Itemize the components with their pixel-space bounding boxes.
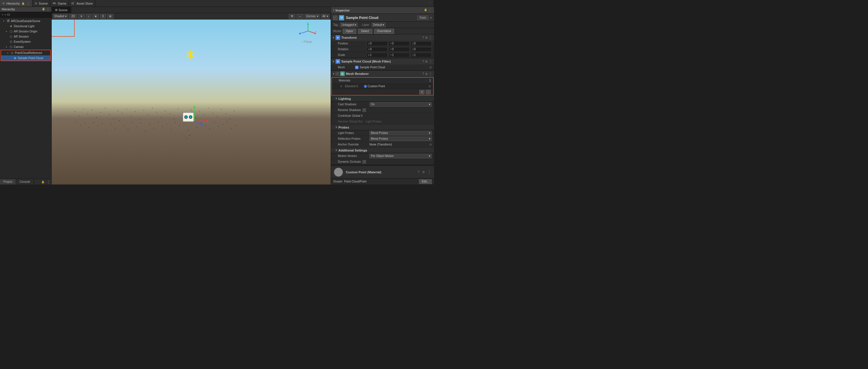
shading-dropdown[interactable]: Shaded bbox=[53, 14, 68, 19]
receive-shadows-row: Receive Shadows bbox=[331, 107, 434, 113]
mf-settings-icon[interactable]: ⚙ bbox=[425, 60, 428, 63]
receive-shadows-checkbox[interactable] bbox=[363, 109, 366, 112]
hierarchy-more-icon[interactable]: ⋮ bbox=[46, 7, 50, 11]
inspector-lock-icon[interactable]: 🔒 bbox=[424, 8, 427, 12]
gizmos-dropdown[interactable]: Gizmos bbox=[305, 14, 320, 19]
inspector-header: ℹ Inspector 🔒 ⋮ bbox=[331, 7, 434, 14]
static-dropdown-icon[interactable] bbox=[430, 16, 432, 19]
position-z-field[interactable]: Z 0 bbox=[411, 41, 432, 46]
hierarchy-item-sample-point-cloud[interactable]: ⬟ Sample Point Cloud bbox=[1, 55, 50, 61]
dynamic-occlusion-checkbox[interactable] bbox=[363, 160, 366, 163]
layer-label: All bbox=[322, 14, 326, 18]
add-material-button[interactable]: + bbox=[420, 90, 425, 94]
light-probes-value: Blend Probes bbox=[371, 131, 388, 134]
ar-session-icon: ⬡ bbox=[9, 34, 13, 38]
remove-material-button[interactable]: - bbox=[426, 90, 431, 94]
receive-gi-label: Receive Global Illur bbox=[338, 120, 363, 123]
overrides-button[interactable]: Overrides bbox=[374, 29, 394, 34]
mesh-value-icon: ⊞ bbox=[355, 66, 359, 69]
2d-button[interactable]: 2D bbox=[69, 14, 77, 19]
layer-dropdown[interactable]: All bbox=[321, 14, 330, 19]
lighting-toggle[interactable]: ☀ bbox=[78, 14, 85, 19]
scale-z-field[interactable]: Z 1 bbox=[411, 53, 432, 57]
mr-more-icon[interactable]: ⋮ bbox=[429, 72, 432, 76]
effects-toggle[interactable]: ★ bbox=[92, 14, 99, 19]
additional-settings-header[interactable]: Additional Settings bbox=[331, 148, 434, 153]
scene-view-tab[interactable]: ⊞ Scene bbox=[52, 7, 71, 13]
rotation-y-field[interactable]: Y 0 bbox=[389, 47, 410, 52]
select-button[interactable]: Select bbox=[358, 29, 372, 34]
object-active-checkbox[interactable]: ✓ bbox=[333, 16, 337, 20]
audio-toggle[interactable]: ♪ bbox=[86, 14, 91, 19]
move-btn[interactable]: ↔ bbox=[297, 14, 303, 19]
main-layout: Hierarchy 🔒 ⋮ + ▾ ▾ 🎬 ARCloudSampleScene… bbox=[0, 7, 434, 185]
material-settings-icon[interactable]: ⚙ bbox=[422, 171, 425, 174]
inspector-more-icon[interactable]: ⋮ bbox=[428, 8, 432, 12]
transform-help-icon: ? bbox=[422, 36, 424, 39]
mr-settings-icon[interactable]: ⚙ bbox=[425, 72, 428, 75]
svg-line-4 bbox=[301, 31, 308, 33]
hierarchy-item-eventsystem[interactable]: ⬡ EventSystem bbox=[0, 39, 51, 44]
reflection-probes-dropdown[interactable]: Blend Probes bbox=[369, 136, 432, 141]
asset-store-tab[interactable]: 🛒 Asset Store bbox=[69, 0, 95, 7]
transform-header[interactable]: ⊕ Transform ? ⚙ ⋮ bbox=[331, 34, 434, 41]
lighting-subsection-header[interactable]: Lighting bbox=[331, 96, 434, 101]
orientation-gizmo[interactable]: X Y bbox=[299, 22, 317, 40]
element-0-target-icon[interactable]: ⊙ bbox=[429, 85, 431, 88]
hierarchy-item-pointcloud-reference[interactable]: ▾ ⬡ PointCloudReference bbox=[1, 50, 50, 55]
rotation-z-field[interactable]: Z 0 bbox=[411, 47, 432, 52]
hierarchy-item-ar-session[interactable]: ⬡ AR Session bbox=[0, 34, 51, 39]
ar-session-origin-icon: ⬡ bbox=[9, 29, 13, 33]
bottom-more-icon[interactable]: ⋮ bbox=[45, 180, 51, 184]
cast-shadows-dropdown[interactable]: On bbox=[369, 102, 432, 107]
more-dots-icon: ⋮ bbox=[428, 1, 431, 5]
motion-vectors-dropdown[interactable]: Per Object Motion bbox=[369, 154, 432, 158]
console-tab[interactable]: Console bbox=[16, 179, 34, 185]
mesh-renderer-header[interactable]: ⊞ Mesh Renderer ? ⚙ ⋮ bbox=[331, 70, 434, 77]
hierarchy-item-directional-light[interactable]: ☀ Directional Light bbox=[0, 24, 51, 29]
grid-toggle[interactable]: ⊞ bbox=[107, 14, 113, 19]
position-x-field[interactable]: X 0 bbox=[367, 41, 388, 46]
hierarchy-search-input[interactable] bbox=[7, 13, 50, 17]
material-more-icon[interactable]: ⋮ bbox=[428, 170, 431, 174]
hierarchy-item-canvas[interactable]: ▸ ⬡ Canvas bbox=[0, 44, 51, 49]
anchor-override-target[interactable]: ⊙ bbox=[429, 143, 432, 146]
tag-dropdown[interactable]: Untagged bbox=[340, 23, 358, 27]
element-0-value[interactable]: Custom Point bbox=[364, 85, 426, 88]
scene-tab[interactable]: ⊞ Scene bbox=[32, 0, 50, 7]
layer-count[interactable]: 0 bbox=[100, 14, 106, 19]
rotation-x-field[interactable]: X 0 bbox=[367, 47, 388, 52]
svg-line-2 bbox=[308, 31, 315, 33]
mesh-value[interactable]: ⊞ Sample Point Cloud bbox=[355, 66, 385, 69]
transform-settings-icon[interactable]: ⚙ bbox=[425, 36, 428, 39]
reflection-probes-chevron bbox=[429, 137, 430, 140]
edit-button[interactable]: Edit... bbox=[419, 179, 432, 184]
anchor-override-value[interactable]: None (Transform) bbox=[369, 143, 429, 146]
hierarchy-item-ar-session-origin[interactable]: ▸ ⬡ AR Session Origin bbox=[0, 29, 51, 34]
scale-x-field[interactable]: X 1 bbox=[367, 53, 388, 57]
open-button[interactable]: Open bbox=[343, 29, 356, 34]
light-probes-dropdown[interactable]: Blend Probes bbox=[369, 131, 432, 135]
more-icon[interactable]: ⋮ bbox=[26, 1, 30, 5]
hierarchy-root-scene[interactable]: ▾ 🎬 ARCloudSampleScene bbox=[0, 18, 51, 24]
material-name: Custom Point (Material) bbox=[346, 171, 415, 174]
layer-dropdown[interactable]: Default bbox=[372, 23, 386, 27]
transform-more-icon[interactable]: ⋮ bbox=[429, 36, 432, 40]
mesh-renderer-checkbox[interactable] bbox=[336, 72, 339, 75]
tools-btn[interactable]: ⚒ bbox=[289, 14, 296, 19]
position-y-field[interactable]: Y 0 bbox=[389, 41, 410, 46]
game-tab[interactable]: 🎮 Game bbox=[50, 0, 69, 7]
scale-y-field[interactable]: Y 1 bbox=[389, 53, 410, 57]
mf-more-icon[interactable]: ⋮ bbox=[429, 59, 432, 63]
probes-subsection-header[interactable]: Probes bbox=[331, 125, 434, 130]
mesh-filter-header[interactable]: ⊞ Sample Point Cloud (Mesh Filter) ? ⚙ ⋮ bbox=[331, 58, 434, 65]
tag-chevron bbox=[355, 23, 356, 26]
hierarchy-tab[interactable]: ⊞ Hierarchy 🔒 ⋮ bbox=[0, 0, 32, 7]
more-options[interactable]: ⋮ bbox=[426, 0, 434, 7]
layer-value-text: Default bbox=[373, 23, 382, 26]
project-tab[interactable]: Project bbox=[0, 179, 16, 185]
mesh-target-icon[interactable]: ⊙ bbox=[429, 66, 432, 69]
mesh-value-text: Sample Point Cloud bbox=[360, 66, 385, 69]
lock-icon: 🔒 bbox=[22, 2, 25, 5]
scene-content[interactable]: ✻ X Y bbox=[52, 20, 331, 185]
